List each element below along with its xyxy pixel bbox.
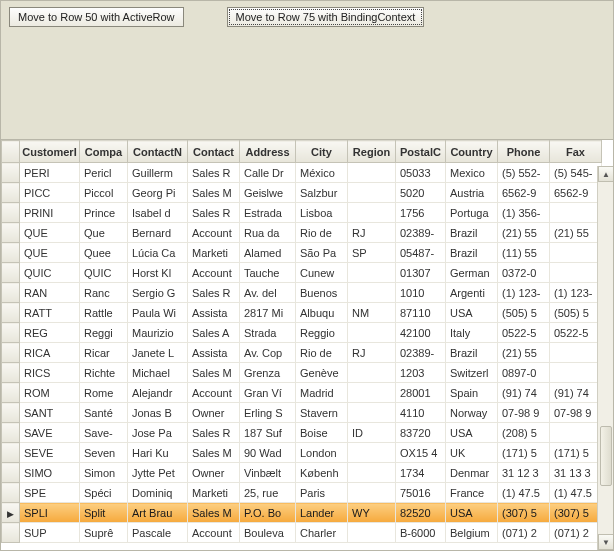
table-row[interactable]: SAVESave-Jose PaSales R187 SufBoiseID837… <box>2 423 602 443</box>
cell-postalcode[interactable]: 02389- <box>396 223 446 243</box>
cell-postalcode[interactable]: 75016 <box>396 483 446 503</box>
table-row[interactable]: RICARicarJanete LAssistaAv. CopRio deRJ0… <box>2 343 602 363</box>
cell-fax[interactable] <box>550 343 602 363</box>
cell-contactname[interactable]: Pascale <box>128 523 188 543</box>
cell-country[interactable]: Brazil <box>446 243 498 263</box>
cell-contactname[interactable]: Paula Wi <box>128 303 188 323</box>
row-selector[interactable]: ▶ <box>2 503 20 523</box>
table-row[interactable]: SANTSantéJonas BOwnerErling SStavern4110… <box>2 403 602 423</box>
cell-city[interactable]: Salzbur <box>296 183 348 203</box>
cell-customerid[interactable]: QUE <box>20 243 80 263</box>
cell-fax[interactable]: (1) 123- <box>550 283 602 303</box>
cell-phone[interactable]: 0897-0 <box>498 363 550 383</box>
cell-company[interactable]: Save- <box>80 423 128 443</box>
cell-company[interactable]: Quee <box>80 243 128 263</box>
cell-company[interactable]: Piccol <box>80 183 128 203</box>
cell-phone[interactable]: (1) 47.5 <box>498 483 550 503</box>
cell-region[interactable] <box>348 283 396 303</box>
cell-postalcode[interactable]: 05033 <box>396 163 446 183</box>
row-selector[interactable] <box>2 263 20 283</box>
cell-company[interactable]: Ricar <box>80 343 128 363</box>
cell-phone[interactable]: 0372-0 <box>498 263 550 283</box>
cell-address[interactable]: Estrada <box>240 203 296 223</box>
cell-region[interactable] <box>348 263 396 283</box>
cell-contact[interactable]: Owner <box>188 463 240 483</box>
cell-address[interactable]: Calle Dr <box>240 163 296 183</box>
table-row[interactable]: PRINIPrinceIsabel dSales REstradaLisboa1… <box>2 203 602 223</box>
cell-address[interactable]: Bouleva <box>240 523 296 543</box>
table-row[interactable]: RANRancSergio GSales RAv. delBuenos1010A… <box>2 283 602 303</box>
table-row[interactable]: PERIPericlGuillermSales RCalle DrMéxico0… <box>2 163 602 183</box>
cell-company[interactable]: Suprê <box>80 523 128 543</box>
cell-phone[interactable]: (5) 552- <box>498 163 550 183</box>
table-row[interactable]: PICCPiccolGeorg PiSales MGeislweSalzbur5… <box>2 183 602 203</box>
cell-customerid[interactable]: RATT <box>20 303 80 323</box>
cell-contactname[interactable]: Lúcia Ca <box>128 243 188 263</box>
cell-company[interactable]: Spéci <box>80 483 128 503</box>
cell-postalcode[interactable]: 5020 <box>396 183 446 203</box>
row-selector[interactable] <box>2 523 20 543</box>
cell-city[interactable]: Rio de <box>296 343 348 363</box>
cell-address[interactable]: 187 Suf <box>240 423 296 443</box>
cell-city[interactable]: Boise <box>296 423 348 443</box>
cell-city[interactable]: Genève <box>296 363 348 383</box>
cell-postalcode[interactable]: B-6000 <box>396 523 446 543</box>
cell-contact[interactable]: Sales M <box>188 443 240 463</box>
cell-contact[interactable]: Sales R <box>188 163 240 183</box>
cell-contact[interactable]: Assista <box>188 303 240 323</box>
table-row[interactable]: RICSRichteMichaelSales MGrenzaGenève1203… <box>2 363 602 383</box>
cell-contact[interactable]: Account <box>188 223 240 243</box>
cell-country[interactable]: Brazil <box>446 223 498 243</box>
row-selector[interactable] <box>2 363 20 383</box>
row-selector[interactable] <box>2 443 20 463</box>
cell-postalcode[interactable]: 1756 <box>396 203 446 223</box>
cell-country[interactable]: Argenti <box>446 283 498 303</box>
cell-fax[interactable]: 31 13 3 <box>550 463 602 483</box>
col-header-customerid[interactable]: CustomerI <box>20 141 80 163</box>
table-row[interactable]: SUPSuprêPascaleAccountBoulevaCharlerB-60… <box>2 523 602 543</box>
col-header-city[interactable]: City <box>296 141 348 163</box>
cell-company[interactable]: Que <box>80 223 128 243</box>
cell-company[interactable]: QUIC <box>80 263 128 283</box>
cell-fax[interactable]: (307) 5 <box>550 503 602 523</box>
cell-contact[interactable]: Owner <box>188 403 240 423</box>
col-header-contact[interactable]: Contact <box>188 141 240 163</box>
cell-contactname[interactable]: Janete L <box>128 343 188 363</box>
cell-contactname[interactable]: Jytte Pet <box>128 463 188 483</box>
cell-contact[interactable]: Sales R <box>188 423 240 443</box>
cell-fax[interactable]: (505) 5 <box>550 303 602 323</box>
table-row[interactable]: ROMRomeAlejandrAccountGran VíMadrid28001… <box>2 383 602 403</box>
cell-postalcode[interactable]: 02389- <box>396 343 446 363</box>
cell-contactname[interactable]: Jose Pa <box>128 423 188 443</box>
scroll-down-button[interactable]: ▼ <box>598 534 614 550</box>
move-row-75-button[interactable]: Move to Row 75 with BindingContext <box>227 7 425 27</box>
cell-country[interactable]: France <box>446 483 498 503</box>
cell-phone[interactable]: (208) 5 <box>498 423 550 443</box>
table-row[interactable]: REGReggiMaurizioSales AStradaReggio42100… <box>2 323 602 343</box>
cell-contact[interactable]: Sales R <box>188 203 240 223</box>
cell-fax[interactable]: 0522-5 <box>550 323 602 343</box>
cell-customerid[interactable]: SIMO <box>20 463 80 483</box>
cell-fax[interactable]: (21) 55 <box>550 223 602 243</box>
cell-customerid[interactable]: SUP <box>20 523 80 543</box>
cell-contactname[interactable]: Sergio G <box>128 283 188 303</box>
cell-fax[interactable]: (1) 47.5 <box>550 483 602 503</box>
cell-region[interactable] <box>348 363 396 383</box>
cell-customerid[interactable]: RAN <box>20 283 80 303</box>
cell-address[interactable]: Av. Cop <box>240 343 296 363</box>
cell-region[interactable] <box>348 483 396 503</box>
cell-country[interactable]: USA <box>446 423 498 443</box>
row-selector[interactable] <box>2 323 20 343</box>
cell-postalcode[interactable]: 4110 <box>396 403 446 423</box>
table-row[interactable]: ▶SPLISplitArt BrauSales MP.O. BoLanderWY… <box>2 503 602 523</box>
row-selector[interactable] <box>2 463 20 483</box>
cell-contactname[interactable]: Art Brau <box>128 503 188 523</box>
cell-postalcode[interactable]: 05487- <box>396 243 446 263</box>
cell-contact[interactable]: Sales R <box>188 283 240 303</box>
cell-contactname[interactable]: Bernard <box>128 223 188 243</box>
cell-company[interactable]: Simon <box>80 463 128 483</box>
col-header-region[interactable]: Region <box>348 141 396 163</box>
cell-postalcode[interactable]: 82520 <box>396 503 446 523</box>
cell-city[interactable]: Lisboa <box>296 203 348 223</box>
cell-region[interactable] <box>348 523 396 543</box>
